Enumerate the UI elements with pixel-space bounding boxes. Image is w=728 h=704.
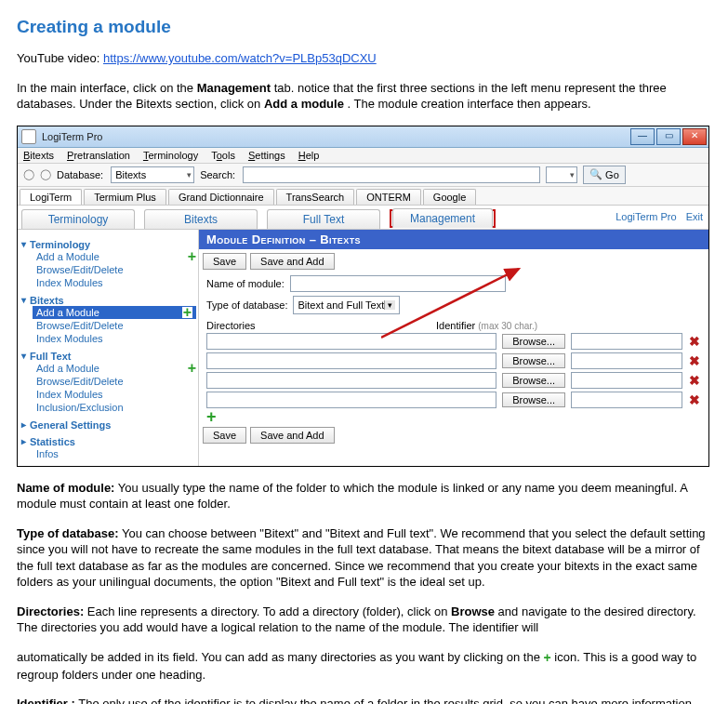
toolbar: ◯ ◯ Database: Bitexts Search: 🔍Go [18,164,708,187]
tab-terminology[interactable]: Terminology [21,209,135,229]
tab-termium[interactable]: Termium Plus [84,189,166,205]
search-icon: 🔍 [589,168,602,180]
youtube-line: YouTube video: https://www.youtube.com/w… [17,50,711,67]
delete-icon[interactable]: ✖ [688,334,701,349]
type-value: Bitext and Full Text [298,299,384,311]
save-and-add-button[interactable]: Save and Add [250,253,335,270]
delete-icon[interactable]: ✖ [688,392,701,407]
nav-group-terminology[interactable]: Terminology [21,239,196,250]
directories-label: Directories [206,320,436,331]
nav-term-add[interactable]: Add a Module+ [36,250,196,263]
add-directory-icon[interactable]: + [206,407,217,426]
search-input[interactable] [243,166,540,183]
save-button[interactable]: Save [203,427,246,444]
youtube-prefix: YouTube video: [17,51,103,65]
type-label: Type of database: [206,299,287,311]
directory-input[interactable] [206,372,496,389]
exit-link[interactable]: Exit [686,211,703,222]
youtube-link[interactable]: https://www.youtube.com/watch?v=PLBp53qD… [103,51,377,65]
identifier-description: Identifier : The only use of the identif… [17,696,711,704]
tab-gdt[interactable]: Grand Dictionnaire [168,189,274,205]
plus-icon[interactable]: + [188,251,196,262]
directories-description-1: Directories: Each line represents a dire… [17,604,711,636]
section-title: Module Definition – Bitexts [199,230,708,249]
close-button[interactable]: ✕ [682,128,707,145]
provider-tabs: LogiTerm Termium Plus Grand Dictionnaire… [18,187,708,206]
nav-term-browse[interactable]: Browse/Edit/Delete [36,263,196,276]
nav-back-icon[interactable]: ◯ [23,168,34,180]
tab-onterm[interactable]: ONTERM [356,189,421,205]
identifier-input[interactable] [571,352,682,369]
desc-body: The only use of the identifier is to dis… [17,697,692,704]
app-icon [21,129,36,144]
delete-icon[interactable]: ✖ [688,353,701,368]
save-button[interactable]: Save [203,253,246,270]
nav-group-general[interactable]: General Settings [21,419,196,431]
nav-group-fulltext[interactable]: Full Text [21,351,196,362]
save-and-add-button[interactable]: Save and Add [250,427,335,444]
search-options-select[interactable] [546,166,577,183]
nav-term-index[interactable]: Index Modules [36,276,196,289]
tab-logiterm[interactable]: LogiTerm [20,189,82,205]
menu-help[interactable]: Help [298,150,320,161]
type-select[interactable]: Bitext and Full Text [293,296,400,314]
desc-title: Directories: [17,604,84,618]
tab-google[interactable]: Google [423,189,476,205]
intro-paragraph: In the main interface, click on the Mana… [17,80,711,113]
browse-button[interactable]: Browse... [502,334,565,349]
brand-label: LogiTerm Pro [615,211,676,222]
go-label: Go [605,169,619,180]
window-titlebar: LogiTerm Pro — ▭ ✕ [18,126,708,148]
browse-button[interactable]: Browse... [502,392,565,407]
nav-group-statistics[interactable]: Statistics [21,436,196,447]
menu-tools[interactable]: Tools [211,150,235,161]
nav-ft-add[interactable]: Add a Module+ [36,362,196,375]
directory-input[interactable] [206,333,496,350]
nav-group-bitexts[interactable]: Bitexts [21,295,196,306]
tab-fulltext[interactable]: Full Text [267,209,380,229]
desc-body: Each line represents a directory. To add… [84,604,451,618]
database-select[interactable]: Bitexts [111,166,194,183]
directory-input[interactable] [206,352,496,369]
tab-management[interactable]: Management [392,208,493,228]
nav-infos[interactable]: Infos [36,447,196,460]
directory-input[interactable] [206,392,496,408]
minimize-button[interactable]: — [630,128,655,145]
browse-button[interactable]: Browse... [502,373,565,388]
maximize-button[interactable]: ▭ [656,128,681,145]
identifier-input[interactable] [571,392,682,408]
identifier-input[interactable] [571,333,682,350]
name-description: Name of module: You usually type the nam… [17,480,711,512]
tab-transsearch[interactable]: TransSearch [276,189,355,205]
plus-icon[interactable]: + [182,307,192,318]
intro-management-bold: Management [197,81,271,95]
menu-pretranslation[interactable]: Pretranslation [67,150,130,161]
directory-row: Browse... ✖ [206,372,701,389]
directory-row: Browse... ✖ [206,392,701,408]
desc-body: You can choose between "Bitext" and "Bit… [17,526,706,590]
nav-ft-browse[interactable]: Browse/Edit/Delete [36,375,196,388]
nav-ft-incl[interactable]: Inclusion/Exclusion [36,401,196,414]
menu-terminology[interactable]: Terminology [143,150,198,161]
nav-label: Add a Module [36,307,99,318]
nav-bitexts-browse[interactable]: Browse/Edit/Delete [36,319,196,332]
delete-icon[interactable]: ✖ [688,373,701,388]
desc-title: Name of module: [17,481,114,495]
type-description: Type of database: You can choose between… [17,525,711,591]
directories-description-2: automatically be added in its field. You… [17,649,711,683]
tab-bitexts[interactable]: Bitexts [144,209,258,229]
nav-bitexts-add[interactable]: Add a Module+ [33,306,196,319]
plus-icon[interactable]: + [188,363,196,374]
browse-bold: Browse [451,604,495,618]
nav-fwd-icon[interactable]: ◯ [40,168,51,180]
menu-settings[interactable]: Settings [248,150,285,161]
name-input[interactable] [290,275,506,292]
nav-label: Add a Module [36,251,99,262]
browse-button[interactable]: Browse... [502,353,565,368]
go-button[interactable]: 🔍Go [583,166,626,184]
nav-ft-index[interactable]: Index Modules [36,388,196,401]
window-title: LogiTerm Pro [42,131,102,142]
nav-bitexts-index[interactable]: Index Modules [36,332,196,345]
menu-bitexts[interactable]: Bitexts [23,150,54,161]
identifier-input[interactable] [571,372,682,389]
